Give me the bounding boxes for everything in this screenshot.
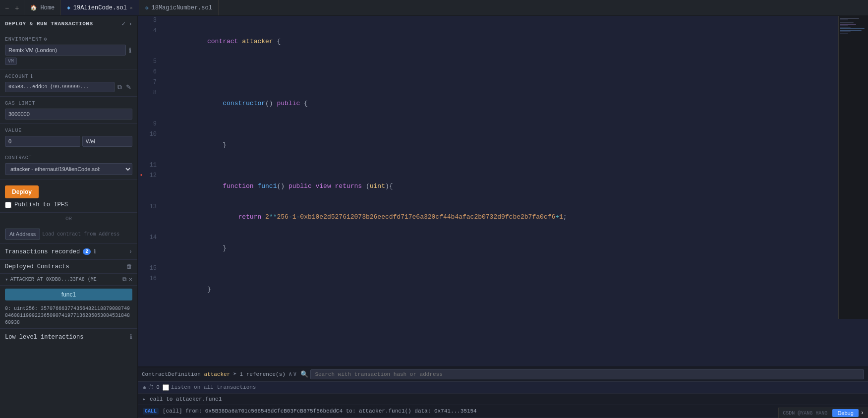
tab-magicnumber[interactable]: ◇ 18MagicNumber.sol [139,0,219,15]
sidebar-header: DEPLOY & RUN TRANSACTIONS ✓ › [0,16,137,32]
env-info-button[interactable]: ℹ [128,46,132,55]
bottom-panel: ContractDefinition attacker ➤ 1 referenc… [138,366,868,418]
code-line-11: 11 [138,161,868,171]
clock-icon[interactable]: ⏱ [148,384,154,391]
code-line-12: ⬥ 12 function func1() public view return… [138,171,868,202]
attacker-contract-name: ATTACKER AT 0XDB8...33FA8 (ME [10,277,120,282]
sidebar: DEPLOY & RUN TRANSACTIONS ✓ › ENVIRONMEN… [0,16,138,418]
check-icon: ✓ [121,20,125,28]
line-indicator-12: ⬥ [138,171,145,179]
tab-aliencode-close[interactable]: ✕ [130,5,133,11]
tab-home[interactable]: 🏠 Home [24,0,61,15]
listen-checkbox-input[interactable] [163,384,169,391]
func1-button[interactable]: func1 [5,289,132,300]
attacker-contract-row[interactable]: ▾ ATTACKER AT 0XDB8...33FA8 (ME ⧉ ✕ [0,274,137,286]
chevron-icons: ∧ ∨ [289,370,296,378]
line-number-16: 16 [145,274,165,284]
line-number-12: 12 [145,171,165,180]
vm-badge: VM [5,58,17,65]
copy-contract-icon[interactable]: ⧉ [122,276,127,283]
environment-select[interactable]: Remix VM (London) [5,45,126,56]
line-number-9: 9 [145,119,165,129]
line-content-16: } [165,274,868,305]
bottom-toolbar: ContractDefinition attacker ➤ 1 referenc… [138,367,868,382]
filter-icons: ⊞ ⏱ 0 [143,384,160,391]
call-detail-row: CALL [call] from: 0x5B38Da6a701c568545dC… [138,405,868,418]
edit-account-button[interactable]: ✎ [125,82,132,92]
ref-text: 1 reference(s) [239,371,285,377]
copy-account-button[interactable]: ⧉ [116,82,123,92]
deploy-button[interactable]: Deploy [5,185,39,198]
environment-label: ENVIRONMENT ⚙ [5,36,132,42]
publish-ipfs-checkbox[interactable] [5,202,11,208]
line-content-10: } [165,130,868,161]
at-address-button[interactable]: At Address [5,229,40,239]
call-indicator: ▸ [143,396,146,402]
chevron-up-icon[interactable]: ∧ [289,370,292,378]
tab-bar: − + 🏠 Home ◆ 19AlienCode.sol ✕ ◇ 18Magic… [0,0,868,16]
transactions-row[interactable]: Transactions recorded 2 ℹ › [0,244,137,260]
line-number-15: 15 [145,264,165,273]
arrow-right-icon: ➤ [233,370,236,378]
search-area: 🔍 [300,369,864,379]
account-label: ACCOUNT ℹ [5,73,132,79]
line-number-3: 3 [145,16,165,25]
zoom-in-button[interactable]: + [13,3,21,13]
value-unit-select[interactable]: Wei [82,136,132,147]
tab-aliencode[interactable]: ◆ 19AlienCode.sol ✕ [61,0,139,15]
account-info-icon: ℹ [31,73,33,79]
code-line-3: 3 [138,16,868,26]
close-contract-icon[interactable]: ✕ [129,276,132,283]
home-icon: 🏠 [30,4,37,11]
search-input[interactable] [310,369,864,379]
search-icon[interactable]: 🔍 [300,370,308,378]
tx-info-icon: ℹ [94,248,96,255]
call-label-row: ▸ call to attacker.func1 [138,394,868,405]
debug-button[interactable]: Debug [832,409,858,417]
file-icon: ◆ [67,4,70,11]
transactions-label: Transactions recorded [5,248,80,255]
filter-icon[interactable]: ⊞ [143,384,146,391]
line-content-14: } [165,233,868,264]
at-address-section: At Address Load contract from Address [0,225,137,244]
listen-checkbox: listen on all transactions [163,384,256,391]
line-number-6: 6 [145,67,165,77]
trash-icon[interactable]: 🗑 [126,263,132,270]
bottom-toolbar-left: ContractDefinition attacker ➤ 1 referenc… [142,370,296,378]
console-transaction-row: ⊞ ⏱ 0 listen on all transactions [138,382,868,394]
main-layout: DEPLOY & RUN TRANSACTIONS ✓ › ENVIRONMEN… [0,16,868,418]
line-content-8: constructor() public { [165,88,868,119]
code-line-7: 7 [138,78,868,88]
call-to-attacker-text: call to attacker.func1 [150,396,222,402]
value-label: VALUE [5,128,132,133]
line-number-11: 11 [145,161,165,170]
chevron-down-icon[interactable]: ∨ [293,370,296,378]
line-content-12: function func1() public view returns (ui… [165,171,868,202]
debug-chevron-icon[interactable]: › [861,410,864,417]
call-detail-text: [call] from: 0x5B38Da6a701c568545dCfcB03… [163,408,477,415]
tab-home-label: Home [40,4,55,11]
gas-limit-label: GAS LIMIT [5,101,132,106]
tx-count-badge: 2 [83,248,91,255]
value-input[interactable] [5,136,80,147]
line-number-7: 7 [145,78,165,87]
line-number-14: 14 [145,233,165,242]
zoom-out-button[interactable]: − [3,3,11,13]
load-contract-label: Load contract from Address [42,232,119,237]
gas-limit-input[interactable] [5,109,132,119]
code-editor[interactable]: 3 4 contract attacker { 5 6 [138,16,868,366]
contract-select[interactable]: attacker - ethernaut/19AlienCode.sol: [5,163,132,175]
arrow-right-icon[interactable]: › [128,20,132,28]
environment-section: ENVIRONMENT ⚙ Remix VM (London) ℹ VM [0,32,137,69]
tab-aliencode-label: 19AlienCode.sol [73,4,127,11]
listen-count: 0 [156,384,160,390]
line-content-13: return 2**256-1-0xb10e2d527612073b26eecd… [165,202,868,233]
low-level-label: Low level interactions [5,334,83,341]
deployed-contracts-label: Deployed Contracts [5,263,69,270]
watermark-text: CSDN @YANG HANG [783,411,827,416]
code-line-6: 6 [138,67,868,78]
call-badge: CALL [143,408,159,415]
contract-def-text: ContractDefinition attacker [142,371,230,377]
line-number-10: 10 [145,130,165,139]
or-divider: OR [0,216,137,222]
